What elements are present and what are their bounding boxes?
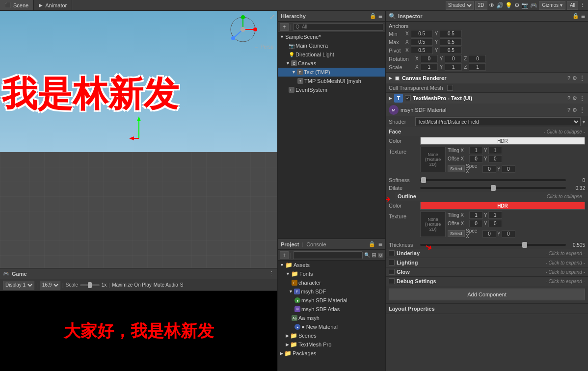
scale-slider-track[interactable] — [80, 284, 100, 286]
outline-select-button[interactable]: Select — [448, 230, 465, 237]
speed-x-input[interactable] — [482, 165, 496, 173]
console-title[interactable]: Console — [306, 241, 326, 247]
offset-x-input[interactable] — [469, 155, 483, 162]
project-item-textmesh[interactable]: ▶ 📁 TextMesh Pro — [278, 340, 385, 349]
animator-tab[interactable]: ▶ Animator — [34, 0, 72, 10]
inspector-menu[interactable]: ≡ — [581, 12, 585, 20]
project-item-msyh-material[interactable]: ● msyh SDF Material — [278, 296, 385, 305]
project-item-msyh-atlas[interactable]: ⊞ msyh SDF Atlas — [278, 305, 385, 314]
material-help[interactable]: ? — [567, 107, 570, 113]
rot-x-input[interactable] — [421, 55, 438, 62]
gizmos-button[interactable]: Gizmos ▾ — [539, 1, 565, 10]
texture-none-box[interactable]: None(Texture2D) — [420, 147, 446, 172]
outline-header[interactable]: Outline - Click to collapse - — [395, 192, 588, 201]
speed-y-input[interactable] — [502, 165, 515, 173]
mute-audio-button[interactable]: Mute Audio — [154, 282, 178, 288]
select-button[interactable]: Select — [448, 165, 465, 172]
tmp-settings-icon[interactable]: ⚙ — [572, 95, 577, 102]
canvas-more-icon[interactable]: ⋮ — [579, 75, 585, 81]
tmp-checkbox[interactable]: ✓ — [405, 95, 411, 101]
ospeed-x-input[interactable] — [482, 230, 496, 238]
face-color-bar[interactable]: HDR — [420, 137, 585, 145]
project-item-scenes[interactable]: ▶ 📁 Scenes — [278, 331, 385, 340]
pivot-y-input[interactable] — [440, 47, 462, 54]
tiling-y-input[interactable] — [488, 147, 502, 154]
outline-texture-none-box[interactable]: None(Texture2D) — [420, 212, 446, 237]
filter-icon[interactable]: ⊞ — [372, 252, 376, 259]
material-more[interactable]: ⋮ — [579, 106, 585, 113]
face-section-header[interactable]: Face - Click to collapse - — [386, 127, 588, 136]
min-y-input[interactable] — [440, 30, 462, 37]
underlay-checkbox[interactable] — [389, 250, 395, 256]
offset-y-input[interactable] — [488, 155, 502, 162]
scale-y-input[interactable] — [445, 63, 462, 71]
material-settings[interactable]: ⚙ — [572, 107, 577, 113]
thickness-slider-track[interactable] — [420, 244, 566, 246]
glow-checkbox[interactable] — [389, 269, 395, 275]
maximize-play-button[interactable]: Maximize On Play — [112, 282, 152, 288]
scale-z-input[interactable] — [469, 63, 486, 71]
otiling-x-input[interactable] — [469, 212, 483, 219]
canvas-settings-icon[interactable]: ⚙ — [572, 75, 577, 81]
project-item-packages[interactable]: ▶ 📁 Packages — [278, 349, 385, 358]
project-item-fonts[interactable]: ▼ 📁 Fonts — [278, 269, 385, 278]
hierarchy-add[interactable]: + — [280, 23, 289, 31]
dilate-slider-track[interactable] — [420, 187, 566, 189]
game-more[interactable]: ⋮ — [269, 270, 274, 277]
inspector-lock[interactable]: 🔒 — [572, 13, 579, 19]
tiling-x-input[interactable] — [469, 147, 483, 154]
project-item-character[interactable]: F character — [278, 278, 385, 287]
shader-select[interactable]: TextMeshPro/Distance Field — [415, 117, 581, 126]
stats-button[interactable]: S — [180, 282, 184, 288]
tree-item-dirlight[interactable]: 💡 Directional Light — [278, 50, 385, 59]
tmp-more-icon[interactable]: ⋮ — [579, 95, 585, 102]
hierarchy-menu[interactable]: ≡ — [378, 12, 382, 20]
project-menu[interactable]: ≡ — [378, 240, 382, 248]
add-component-button[interactable]: Add Component — [389, 289, 585, 300]
ospeed-y-input[interactable] — [502, 230, 515, 238]
tmp-header[interactable]: ▶ T ✓ TextMeshPro - Text (UI) ? ⚙ ⋮ — [386, 93, 588, 104]
tree-item-samplescene[interactable]: ▼ SampleScene* — [278, 32, 385, 41]
project-item-msyh-sdf[interactable]: ▼ F msyh SDF — [278, 287, 385, 296]
maximize-icon[interactable]: ⤢ — [269, 13, 275, 21]
max-label: Max — [389, 39, 403, 45]
lighting-checkbox[interactable] — [389, 260, 395, 265]
scale-x-input[interactable] — [421, 63, 438, 71]
twod-button[interactable]: 2D — [475, 1, 487, 10]
tree-item-maincamera[interactable]: 📷 Main Camera — [278, 41, 385, 50]
tree-item-text-tmp[interactable]: ▼ T Text (TMP) — [278, 68, 385, 77]
tmp-help-icon[interactable]: ? — [567, 95, 570, 101]
project-add[interactable]: + — [280, 251, 289, 259]
softness-slider-track[interactable] — [420, 179, 566, 181]
rot-z-input[interactable] — [469, 55, 486, 62]
pivot-x-input[interactable] — [411, 47, 433, 54]
min-x-input[interactable] — [411, 30, 433, 37]
canvas-renderer-header[interactable]: ▶ 🔲 Canvas Renderer ? ⚙ ⋮ — [386, 73, 588, 83]
debug-checkbox[interactable] — [389, 278, 395, 284]
ratio-select[interactable]: 16:9 — [40, 281, 60, 290]
hierarchy-lock[interactable]: 🔒 — [370, 13, 376, 19]
display-select[interactable]: Display 1 — [3, 281, 34, 290]
cull-checkbox[interactable] — [447, 85, 453, 91]
max-x-input[interactable] — [411, 38, 433, 46]
otiling-y-input[interactable] — [488, 212, 502, 219]
canvas-help-icon[interactable]: ? — [567, 75, 570, 81]
ooffset-x-input[interactable] — [469, 220, 483, 227]
tree-item-submesh[interactable]: T TMP SubMeshUI [mysh — [278, 77, 385, 85]
hierarchy-search[interactable] — [293, 23, 383, 31]
max-y-input[interactable] — [440, 38, 462, 46]
shaded-dropdown[interactable]: Shaded — [446, 1, 474, 10]
tree-item-canvas[interactable]: ▼ C Canvas — [278, 59, 385, 68]
outline-color-bar[interactable]: HDR — [420, 202, 585, 210]
project-item-new-material[interactable]: ● ● New Material — [278, 322, 385, 331]
project-lock[interactable]: 🔒 — [369, 241, 375, 247]
ooffset-y-input[interactable] — [488, 220, 502, 227]
project-search[interactable] — [293, 251, 363, 259]
tree-item-eventsystem[interactable]: E EventSystem — [278, 85, 385, 94]
rot-y-input[interactable] — [445, 55, 462, 62]
project-item-aa-msyh[interactable]: Aa Aa msyh — [278, 314, 385, 322]
all-button[interactable]: All — [567, 1, 578, 10]
project-item-assets[interactable]: ▼ 📁 Assets — [278, 261, 385, 269]
scene-tab[interactable]: ⬛ Scene — [0, 0, 34, 10]
more-icon[interactable]: ⋮ — [580, 2, 585, 8]
